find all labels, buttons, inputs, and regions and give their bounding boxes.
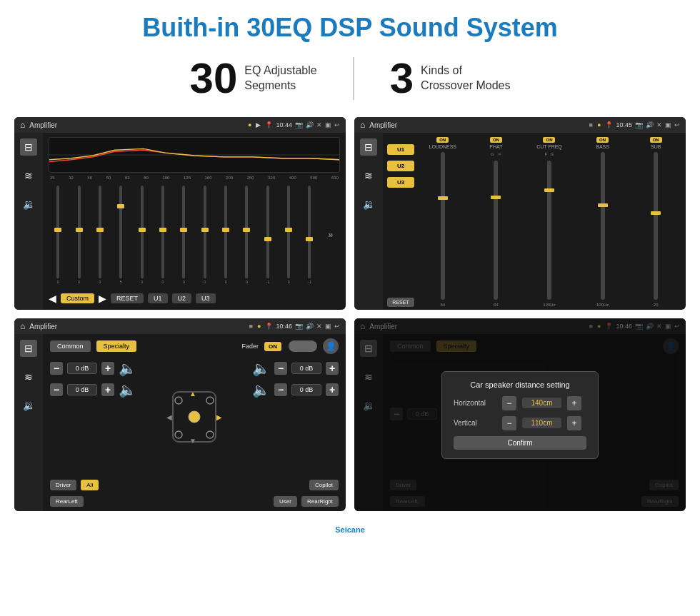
all-btn[interactable]: All bbox=[81, 480, 99, 490]
eq-slider-2[interactable]: 0 bbox=[69, 186, 88, 284]
prev-icon[interactable]: ◀ bbox=[49, 293, 56, 304]
screen-1-content: ⊟ ≋ 🔉 25 32 40 50 bbox=[14, 133, 346, 310]
eq-slider-10[interactable]: 0 bbox=[237, 186, 256, 284]
sp-minus-2[interactable]: − bbox=[50, 383, 63, 396]
fader-main: Common Specialty Fader ON 👤 − 0 dB + bbox=[43, 334, 346, 511]
driver-btn[interactable]: Driver bbox=[50, 480, 76, 490]
eq-slider-7[interactable]: 0 bbox=[174, 186, 193, 284]
u1-btn[interactable]: U1 bbox=[148, 293, 168, 303]
eq-slider-13[interactable]: -1 bbox=[300, 186, 319, 284]
fader-slider[interactable] bbox=[289, 340, 317, 352]
watermark: Seicane bbox=[0, 525, 700, 537]
topbar-1-title: Amplifier bbox=[29, 121, 244, 129]
eq-icon-2[interactable]: ⊟ bbox=[360, 138, 377, 156]
horizontal-label: Horizontal bbox=[454, 399, 496, 407]
next-icon[interactable]: ▶ bbox=[99, 293, 106, 304]
common-tab-3[interactable]: Common bbox=[50, 340, 91, 352]
eq-slider-6[interactable]: 0 bbox=[154, 186, 172, 284]
eq-slider-12[interactable]: 0 bbox=[279, 186, 298, 284]
eq-slider-3[interactable]: 0 bbox=[91, 186, 109, 284]
sp-val-4: 0 dB bbox=[291, 384, 321, 395]
sub-on[interactable]: ON bbox=[650, 137, 662, 143]
reset-btn-2[interactable]: RESET bbox=[387, 298, 414, 307]
sp-minus-4[interactable]: − bbox=[274, 383, 287, 396]
screen-3-content: ⊟ ≋ 🔉 Common Specialty Fader ON 👤 bbox=[14, 334, 346, 511]
eq-slider-9[interactable]: 0 bbox=[216, 186, 235, 284]
distance-dialog-overlay: Car speaker distance setting Horizontal … bbox=[354, 318, 686, 511]
rearleft-btn[interactable]: RearLeft bbox=[50, 496, 84, 507]
sp-plus-1[interactable]: + bbox=[101, 362, 114, 375]
bass-on[interactable]: ON bbox=[596, 137, 609, 143]
eq-slider-5[interactable]: 0 bbox=[132, 186, 151, 284]
speaker-buttons-2: RearLeft User RearRight bbox=[50, 496, 339, 507]
topbar-1: ⌂ Amplifier ● ▶ 📍 10:44 📷 🔊 ✕ ▣ ↩ bbox=[14, 117, 346, 133]
custom-btn[interactable]: Custom bbox=[61, 293, 94, 303]
window-icon-3: ▣ bbox=[325, 323, 331, 330]
window-icon: ▣ bbox=[325, 121, 331, 128]
eq-slider-11[interactable]: -1 bbox=[259, 186, 277, 284]
freq-32: 32 bbox=[69, 176, 74, 180]
wave-icon-3[interactable]: ≋ bbox=[20, 368, 37, 385]
vertical-minus[interactable]: − bbox=[502, 416, 516, 430]
confirm-button[interactable]: Confirm bbox=[454, 436, 586, 450]
user-btn[interactable]: User bbox=[274, 496, 297, 507]
eq-sliders: 0 0 0 5 0 0 0 0 0 0 -1 0 -1 » bbox=[49, 183, 340, 287]
wave-icon-2[interactable]: ≋ bbox=[360, 167, 377, 184]
copilot-btn[interactable]: Copilot bbox=[309, 480, 339, 490]
volume-down-icon-2[interactable]: 🔉 bbox=[360, 196, 377, 213]
sp-plus-3[interactable]: + bbox=[326, 362, 339, 375]
phat-label: PHAT bbox=[489, 144, 502, 149]
dot-icon-2: ● bbox=[597, 121, 601, 128]
u2-btn[interactable]: U2 bbox=[172, 293, 192, 303]
stat-eq-number: 30 bbox=[190, 57, 238, 100]
horizontal-plus[interactable]: + bbox=[567, 396, 581, 410]
sp-val-2: 0 dB bbox=[67, 384, 97, 395]
u2-button[interactable]: U2 bbox=[387, 161, 414, 171]
horizontal-minus[interactable]: − bbox=[502, 396, 516, 410]
loudness-on[interactable]: ON bbox=[436, 137, 449, 143]
back-icon-2[interactable]: ↩ bbox=[674, 121, 680, 128]
vertical-row: Vertical − 110cm + bbox=[454, 416, 586, 430]
sp-plus-2[interactable]: + bbox=[101, 383, 114, 396]
home-icon-3[interactable]: ⌂ bbox=[20, 321, 25, 331]
eq-bottom: ◀ Custom ▶ RESET U1 U2 U3 bbox=[49, 290, 340, 306]
sp-val-3: 0 dB bbox=[291, 363, 321, 374]
volume-icon-3: 🔊 bbox=[306, 323, 314, 330]
back-icon-3[interactable]: ↩ bbox=[334, 323, 340, 330]
svg-point-4 bbox=[206, 397, 214, 404]
eq-icon-3[interactable]: ⊟ bbox=[20, 340, 37, 357]
svg-text:▲: ▲ bbox=[189, 390, 196, 398]
home-icon[interactable]: ⌂ bbox=[20, 120, 25, 130]
back-icon[interactable]: ↩ bbox=[334, 121, 340, 128]
specialty-tab-3[interactable]: Specialty bbox=[96, 340, 137, 352]
wave-icon[interactable]: ≋ bbox=[20, 167, 37, 184]
eq-slider-4[interactable]: 5 bbox=[111, 186, 130, 284]
record-icon-3: ■ bbox=[249, 323, 253, 330]
u3-button[interactable]: U3 bbox=[387, 177, 414, 188]
u1-button[interactable]: U1 bbox=[387, 144, 414, 155]
sp-minus-3[interactable]: − bbox=[274, 362, 287, 375]
eq-slider-8[interactable]: 0 bbox=[196, 186, 214, 284]
avatar-icon-3[interactable]: 👤 bbox=[323, 338, 339, 354]
cutfreq-on[interactable]: ON bbox=[543, 137, 555, 143]
topbar-2: ⌂ Amplifier ■ ● 📍 10:45 📷 🔊 ✕ ▣ ↩ bbox=[354, 117, 686, 133]
record-icon-2: ■ bbox=[589, 121, 593, 128]
sp-minus-1[interactable]: − bbox=[50, 362, 63, 375]
volume-down-icon[interactable]: 🔉 bbox=[20, 196, 37, 213]
screen-2-sidebar: ⊟ ≋ 🔉 bbox=[354, 133, 383, 310]
screen-crossover: ⌂ Amplifier ■ ● 📍 10:45 📷 🔊 ✕ ▣ ↩ ⊟ ≋ 🔉 bbox=[354, 117, 686, 310]
home-icon-2[interactable]: ⌂ bbox=[360, 120, 365, 130]
vertical-plus[interactable]: + bbox=[567, 416, 581, 430]
speaker-icon-3: 🔈 bbox=[252, 360, 270, 377]
volume-down-icon-3[interactable]: 🔉 bbox=[20, 397, 37, 414]
fader-toggle[interactable]: ON bbox=[264, 342, 281, 351]
reset-btn-1[interactable]: RESET bbox=[111, 293, 144, 303]
svg-text:▼: ▼ bbox=[189, 437, 196, 445]
sp-plus-4[interactable]: + bbox=[326, 383, 339, 396]
u3-btn[interactable]: U3 bbox=[196, 293, 216, 303]
rearright-btn[interactable]: RearRight bbox=[301, 496, 339, 507]
eq-slider-1[interactable]: 0 bbox=[49, 186, 67, 284]
eq-icon[interactable]: ⊟ bbox=[20, 138, 37, 156]
phat-on[interactable]: ON bbox=[490, 137, 502, 143]
fader-tab-row: Common Specialty Fader ON 👤 bbox=[50, 338, 339, 354]
